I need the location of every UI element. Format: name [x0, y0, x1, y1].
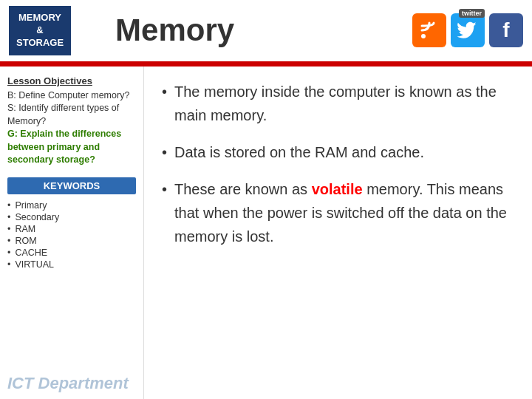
- rss-icon[interactable]: [412, 13, 446, 47]
- logo-line3: STORAGE: [16, 37, 64, 48]
- svg-point-0: [421, 34, 426, 38]
- bullet-1-text: The memory inside the computer is known …: [174, 80, 514, 127]
- twitter-icon[interactable]: twitter: [451, 13, 485, 47]
- silver-objective: S: Identify different types of Memory?: [7, 102, 136, 128]
- bullet-3-text: These are known as volatile memory. This…: [174, 177, 514, 248]
- objectives-title: Lesson Objectives: [7, 75, 136, 86]
- bullet-list: • The memory inside the computer is know…: [162, 80, 514, 248]
- sidebar: Lesson Objectives B: Define Computer mem…: [0, 66, 144, 399]
- gold-objective: G: Explain the differences between prima…: [7, 128, 136, 167]
- bullet-1-icon: •: [162, 80, 167, 103]
- keyword-virtual: VIRTUAL: [7, 259, 136, 270]
- bullet-2-icon: •: [162, 140, 167, 164]
- logo-line2: &: [36, 24, 43, 35]
- content-area: • The memory inside the computer is know…: [144, 66, 532, 399]
- lesson-objectives: Lesson Objectives B: Define Computer mem…: [7, 75, 136, 167]
- main-content: Lesson Objectives B: Define Computer mem…: [0, 66, 532, 399]
- header: MEMORY & STORAGE Memory twitter f: [0, 0, 532, 64]
- bullet-item-2: • Data is stored on the RAM and cache.: [162, 140, 514, 164]
- keywords-list: Primary Secondary RAM ROM CACHE VIRTUAL: [7, 200, 136, 270]
- keyword-secondary: Secondary: [7, 212, 136, 222]
- bullet-2-text: Data is stored on the RAM and cache.: [174, 140, 424, 164]
- keywords-label: KEYWORDS: [7, 177, 136, 194]
- facebook-icon[interactable]: f: [489, 13, 523, 47]
- keyword-primary: Primary: [7, 200, 136, 211]
- bullet-3-icon: •: [162, 177, 167, 201]
- keyword-ram: RAM: [7, 224, 136, 234]
- ict-department-label: ICT Department: [7, 374, 129, 393]
- page-title: Memory: [115, 13, 412, 48]
- volatile-keyword: volatile: [312, 181, 363, 197]
- twitter-badge: twitter: [459, 9, 485, 18]
- keyword-rom: ROM: [7, 236, 136, 246]
- keyword-cache: CACHE: [7, 248, 136, 258]
- social-icons-group: twitter f: [412, 13, 523, 47]
- bronze-objective: B: Define Computer memory?: [7, 89, 136, 103]
- logo-line1: MEMORY: [18, 12, 61, 23]
- bullet-3-before: These are known as: [174, 181, 312, 197]
- bullet-item-1: • The memory inside the computer is know…: [162, 80, 514, 127]
- logo-badge: MEMORY & STORAGE: [9, 6, 71, 55]
- bullet-item-3: • These are known as volatile memory. Th…: [162, 177, 514, 248]
